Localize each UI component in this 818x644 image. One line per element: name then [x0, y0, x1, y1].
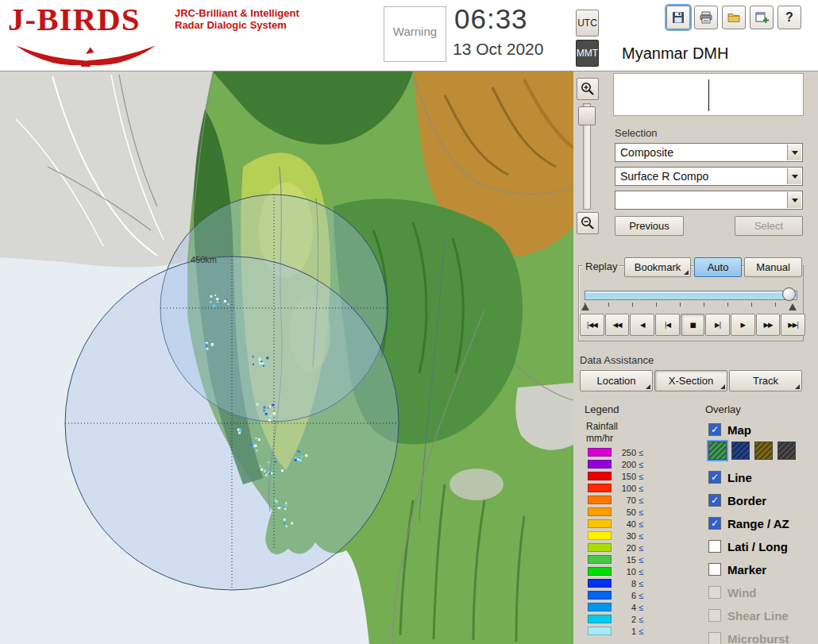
lte-symbol: ≤: [639, 543, 643, 553]
legend-title: Legend: [585, 403, 619, 415]
checkbox[interactable]: ✓: [708, 517, 721, 530]
map-style-swatch[interactable]: [708, 442, 727, 460]
combo-dropdown-button[interactable]: [787, 192, 801, 208]
stop-button[interactable]: ■: [681, 314, 705, 336]
jbirds-app: J-BIRDS JRC-Brilliant & Intelligent Rada…: [0, 0, 818, 644]
warning-panel[interactable]: Warning: [384, 6, 446, 62]
legend-value: 4: [615, 603, 636, 612]
chevron-down-icon: [792, 151, 798, 155]
previous-button[interactable]: Previous: [615, 216, 684, 236]
lte-symbol: ≤: [639, 555, 643, 565]
lte-symbol: ≤: [639, 484, 643, 493]
select-button[interactable]: Select: [735, 216, 803, 236]
legend-color-swatch: [588, 627, 612, 635]
map-style-swatch[interactable]: [777, 442, 796, 460]
skip-to-end-button[interactable]: ▶▶|: [781, 314, 805, 336]
step-back-button[interactable]: |◀: [655, 314, 680, 336]
zoom-slider-thumb[interactable]: [578, 106, 596, 125]
legend-color-swatch: [588, 543, 612, 552]
checkbox[interactable]: ✓: [708, 423, 721, 436]
location-button[interactable]: Location: [580, 370, 653, 391]
legend-value: 70: [615, 496, 636, 505]
open-folder-button[interactable]: [722, 6, 746, 29]
checkbox[interactable]: [708, 563, 721, 576]
overlay-label: Marker: [727, 563, 766, 577]
overlay-item-shear-line: Shear Line: [708, 608, 815, 623]
overlay-item-line[interactable]: ✓Line: [708, 470, 815, 484]
app-logo: J-BIRDS: [8, 0, 140, 38]
legend-value: 30: [615, 531, 636, 541]
tagline-line1: JRC-Brilliant & Intelligent: [175, 7, 299, 19]
checkbox[interactable]: ✓: [708, 494, 721, 507]
lte-symbol: ≤: [639, 567, 643, 577]
play-button[interactable]: ▶: [731, 314, 755, 336]
overlay-item-map[interactable]: ✓Map: [708, 422, 815, 437]
add-image-button[interactable]: [750, 6, 774, 29]
map-style-swatch[interactable]: [754, 442, 773, 460]
skip-to-start-button[interactable]: |◀◀: [580, 314, 604, 336]
step-forward-button[interactable]: ▶|: [705, 314, 730, 336]
station-input[interactable]: [613, 73, 804, 116]
legend-row: 40≤: [588, 518, 675, 530]
legend-row: 10≤: [588, 565, 675, 577]
manual-mode-button[interactable]: Manual: [744, 257, 802, 277]
combo-dropdown-button[interactable]: [787, 168, 801, 184]
track-button[interactable]: Track: [729, 370, 802, 391]
map-area[interactable]: 450km: [0, 71, 573, 644]
lte-symbol: ≤: [639, 615, 643, 624]
x-section-button[interactable]: X-Section: [654, 370, 727, 391]
map-style-swatch[interactable]: [731, 442, 750, 460]
zoom-in-button[interactable]: [577, 78, 599, 100]
replay-title: Replay: [583, 260, 619, 272]
product-type-combo[interactable]: Composite: [615, 143, 803, 162]
combo-dropdown-button[interactable]: [787, 145, 801, 160]
header: J-BIRDS JRC-Brilliant & Intelligent Rada…: [0, 0, 818, 71]
legend-color-swatch: [588, 496, 612, 504]
legend-value: 8: [615, 579, 636, 588]
utc-button[interactable]: UTC: [576, 10, 599, 37]
legend-row: 150≤: [588, 470, 675, 482]
lte-symbol: ≤: [639, 448, 643, 457]
replay-timeline-track[interactable]: [585, 291, 797, 300]
overlay-item-lati-long[interactable]: Lati / Long: [708, 539, 815, 553]
checkbox[interactable]: ✓: [708, 471, 721, 484]
lte-symbol: ≤: [639, 472, 643, 481]
overlay-item-marker[interactable]: Marker: [708, 562, 815, 577]
selection-label: Selection: [615, 127, 657, 139]
lte-symbol: ≤: [639, 603, 643, 612]
play-reverse-button[interactable]: ◀: [630, 314, 654, 336]
overlay-item-range-az[interactable]: ✓Range / AZ: [708, 516, 815, 530]
fast-rewind-button[interactable]: ◀◀: [605, 314, 630, 336]
legend-row: 8≤: [588, 577, 675, 589]
mmt-button[interactable]: MMT: [576, 40, 599, 67]
legend-value: 15: [615, 555, 636, 565]
radar-map[interactable]: 450km: [0, 71, 573, 644]
sub-product-combo[interactable]: [615, 191, 803, 210]
legend-value: 6: [615, 591, 636, 600]
checkbox[interactable]: [708, 540, 721, 553]
legend-color-swatch: [588, 555, 612, 564]
overlay-list: ✓Map✓Line✓Border✓Range / AZLati / LongMa…: [708, 422, 815, 644]
overlay-label: Map: [727, 423, 751, 437]
overlay-item-border[interactable]: ✓Border: [708, 493, 815, 507]
data-assistance-title: Data Assistance: [580, 354, 654, 366]
lte-symbol: ≤: [639, 496, 643, 505]
auto-mode-button[interactable]: Auto: [694, 257, 742, 277]
bookmark-button[interactable]: Bookmark: [624, 257, 691, 277]
folder-icon: [727, 10, 741, 25]
replay-timeline-handle[interactable]: [782, 287, 796, 301]
legend-row: 30≤: [588, 530, 675, 542]
legend-color-swatch: [588, 603, 612, 611]
combo-value: Surface R Compo: [620, 170, 708, 183]
product-combo[interactable]: Surface R Compo: [615, 167, 803, 186]
eagle-logo-icon: [11, 40, 162, 67]
zoom-out-button[interactable]: [577, 212, 599, 234]
save-button[interactable]: [666, 6, 690, 29]
legend-color-swatch: [588, 519, 612, 528]
fast-forward-button[interactable]: ▶▶: [756, 314, 781, 336]
help-icon: ?: [785, 10, 793, 25]
playback-controls: |◀◀◀◀◀|◀■▶|▶▶▶▶▶|: [580, 314, 805, 336]
right-panel: Selection Composite Surface R Compo Prev…: [573, 71, 818, 644]
print-button[interactable]: [694, 6, 718, 29]
help-button[interactable]: ?: [777, 6, 801, 29]
